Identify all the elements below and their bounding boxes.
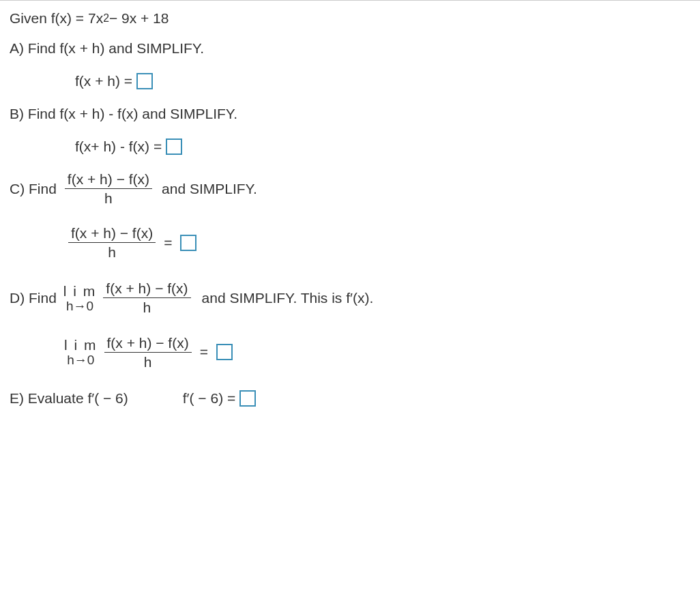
part-c-answer-row: f(x + h) − f(x) h = [10, 225, 690, 260]
given-expression: Given f(x) = 7x2 − 9x + 18 [10, 10, 690, 27]
part-d-limit: l i m h→0 [63, 284, 97, 312]
part-d-prompt: D) Find l i m h→0 f(x + h) − f(x) h and … [10, 280, 690, 315]
part-b-prompt: B) Find f(x + h) - f(x) and SIMPLIFY. [10, 106, 690, 122]
part-b-answer-row: f(x+ h) - f(x) = [10, 138, 690, 155]
part-e-answer-input[interactable] [239, 390, 256, 407]
part-d-ans-lim-bot: h→0 [67, 353, 94, 366]
part-d-fraction: f(x + h) − f(x) h [103, 280, 190, 315]
part-d-eq: = [200, 344, 208, 360]
part-d-frac-den: h [103, 297, 190, 315]
part-d-ans-lim-top: l i m [64, 338, 98, 352]
part-d-lim-bot: h→0 [66, 299, 93, 312]
part-a-answer-input[interactable] [136, 73, 153, 89]
part-c-ans-den: h [68, 242, 156, 260]
part-e-row: E) Evaluate f′( − 6) f′( − 6) = [10, 390, 690, 407]
given-text-suffix: − 9x + 18 [109, 10, 169, 27]
part-d-prefix: D) Find [10, 290, 57, 306]
part-d-ans-den: h [104, 352, 192, 370]
part-c-frac-num: f(x + h) − f(x) [65, 171, 152, 188]
part-c-ans-fraction: f(x + h) − f(x) h [68, 225, 156, 260]
part-b-answer-input[interactable] [166, 138, 182, 155]
part-a-lhs: f(x + h) = [75, 73, 132, 89]
part-d-ans-num: f(x + h) − f(x) [104, 335, 192, 352]
part-b-lhs: f(x+ h) - f(x) = [75, 138, 162, 155]
given-text-prefix: Given f(x) = 7x [10, 10, 103, 27]
part-d-lim-top: l i m [63, 284, 97, 298]
part-e-prompt: E) Evaluate f′( − 6) [10, 390, 128, 407]
part-e-rhs: f′( − 6) = [183, 390, 235, 407]
part-c-answer-input[interactable] [180, 235, 196, 251]
part-c-frac-den: h [65, 188, 152, 206]
part-c-eq: = [164, 235, 172, 251]
part-d-frac-num: f(x + h) − f(x) [103, 280, 190, 297]
part-c-ans-num: f(x + h) − f(x) [68, 225, 156, 242]
part-d-answer-input[interactable] [216, 344, 233, 360]
part-c-prompt: C) Find f(x + h) − f(x) h and SIMPLIFY. [10, 171, 690, 206]
part-d-answer-row: l i m h→0 f(x + h) − f(x) h = [10, 335, 690, 370]
part-d-ans-fraction: f(x + h) − f(x) h [104, 335, 192, 370]
part-c-fraction: f(x + h) − f(x) h [65, 171, 152, 206]
part-d-suffix: and SIMPLIFY. This is f′(x). [202, 290, 374, 306]
part-c-prefix: C) Find [10, 181, 57, 197]
part-a-answer-row: f(x + h) = [10, 73, 690, 89]
part-a-prompt: A) Find f(x + h) and SIMPLIFY. [10, 40, 690, 57]
part-d-ans-limit: l i m h→0 [64, 338, 98, 366]
part-c-suffix: and SIMPLIFY. [162, 181, 257, 197]
